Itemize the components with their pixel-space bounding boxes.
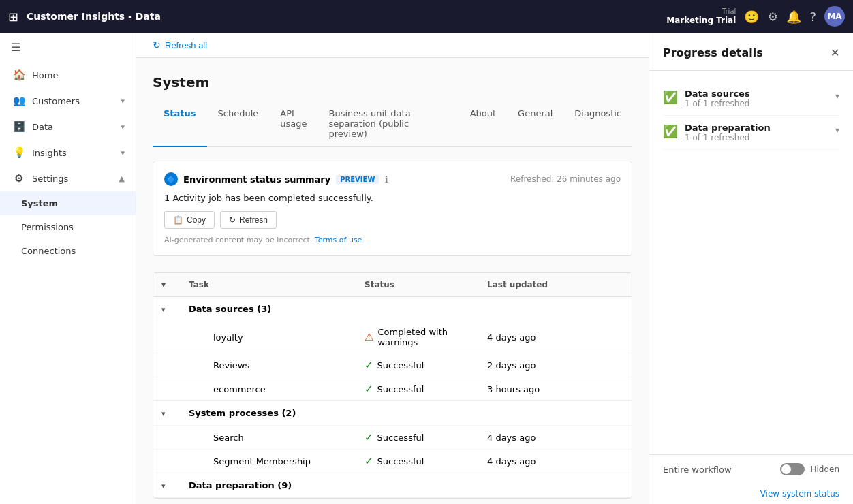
insights-icon: 💡: [13, 146, 25, 159]
check-circle-icon: ✓: [365, 359, 373, 371]
system-title: System: [153, 74, 632, 91]
gear-icon[interactable]: ⚙: [767, 10, 778, 24]
check-circle-icon: ✓: [365, 455, 373, 467]
status-cell-reviews: ✓ Successful: [365, 359, 487, 371]
toggle-switch[interactable]: [780, 463, 805, 475]
trial-badge: Trial Marketing Trial: [666, 7, 736, 25]
chevron-down-icon: ▲: [119, 174, 125, 183]
sidebar-label-settings: Settings: [32, 174, 68, 184]
check-circle-icon: ✅: [663, 124, 678, 138]
copy-button[interactable]: 📋 Copy: [164, 211, 215, 229]
chevron-down-icon[interactable]: ▾: [835, 91, 839, 101]
status-cell-loyalty: ⚠ Completed with warnings: [365, 327, 487, 347]
col-last-updated: Last updated: [487, 280, 623, 289]
env-status-card: 🔷 Environment status summary PREVIEW ℹ R…: [153, 161, 632, 256]
progress-item-sub: 1 of 1 refreshed: [685, 99, 828, 108]
progress-item-data-sources: ✅ Data sources 1 of 1 refreshed ▾: [663, 82, 839, 116]
sidebar-item-home[interactable]: 🏠 Home: [0, 62, 136, 88]
status-cell-ecommerce: ✓ Successful: [365, 383, 487, 395]
col-status: Status: [365, 280, 487, 289]
warning-icon: ⚠: [365, 331, 373, 343]
table-row: loyalty ⚠ Completed with warnings 4 days…: [153, 321, 632, 353]
bell-icon[interactable]: 🔔: [786, 10, 801, 24]
refresh-button[interactable]: ↻ Refresh: [220, 211, 277, 229]
refresh-bar: ↻ Refresh all: [136, 33, 649, 58]
terms-link[interactable]: Terms of use: [315, 236, 362, 245]
env-icon: 🔷: [164, 172, 178, 186]
refresh-icon: ↻: [229, 215, 236, 225]
table-header: ▾ Task Status Last updated: [153, 273, 632, 297]
help-icon[interactable]: ?: [809, 10, 816, 24]
check-circle-icon: ✓: [365, 383, 373, 395]
sidebar-hamburger[interactable]: ☰: [0, 33, 136, 62]
chevron-down-icon: ▾: [121, 148, 125, 157]
group-row-data-preparation[interactable]: ▾ Data preparation (9): [153, 473, 632, 497]
group-row-system-processes[interactable]: ▾ System processes (2): [153, 401, 632, 425]
sidebar-item-settings[interactable]: ⚙️ Settings ▲: [0, 166, 136, 191]
chevron-down-icon: ▾: [121, 97, 125, 106]
sidebar-label-home: Home: [32, 70, 58, 80]
sidebar-label-insights: Insights: [32, 148, 67, 158]
main-panel: ↻ Refresh all System Status Schedule API…: [136, 33, 649, 504]
progress-item-data-preparation: ✅ Data preparation 1 of 1 refreshed ▾: [663, 116, 839, 150]
tab-diagnostic[interactable]: Diagnostic: [563, 101, 632, 147]
avatar[interactable]: MA: [824, 6, 845, 27]
topbar-right: Trial Marketing Trial 🙂 ⚙ 🔔 ? MA: [666, 6, 845, 27]
tab-api-usage[interactable]: API usage: [269, 101, 317, 147]
updated-ecommerce: 3 hours ago: [487, 384, 623, 394]
table-row: Segment Membership ✓ Successful 4 days a…: [153, 449, 632, 473]
refresh-all-button[interactable]: ↻ Refresh all: [153, 40, 207, 50]
env-card-header: 🔷 Environment status summary PREVIEW ℹ R…: [164, 172, 621, 186]
col-collapse: ▾: [161, 280, 189, 289]
home-icon: 🏠: [13, 69, 25, 81]
topbar: ⊞ Customer Insights - Data Trial Marketi…: [0, 0, 853, 33]
env-card-title: Environment status summary: [183, 174, 330, 185]
progress-title: Progress details: [663, 46, 763, 59]
refreshed-time: Refreshed: 26 minutes ago: [510, 174, 621, 184]
entire-workflow-label: Entire workflow: [663, 464, 732, 475]
toggle-label: Hidden: [810, 464, 839, 474]
tab-general[interactable]: General: [507, 101, 563, 147]
info-icon[interactable]: ℹ: [384, 174, 388, 185]
group-row-data-sources[interactable]: ▾ Data sources (3): [153, 297, 632, 321]
sidebar-label-system: System: [21, 198, 58, 208]
progress-header: Progress details ✕: [649, 33, 853, 71]
status-cell-search: ✓ Successful: [365, 431, 487, 443]
sidebar-item-permissions[interactable]: Permissions: [0, 215, 136, 239]
env-card-message: 1 Activity job has been completed succes…: [164, 193, 621, 203]
waffle-icon[interactable]: ⊞: [8, 10, 18, 24]
check-circle-icon: ✅: [663, 90, 678, 104]
customers-icon: 👥: [13, 95, 25, 107]
copy-icon: 📋: [173, 215, 183, 225]
progress-item-content: Data preparation 1 of 1 refreshed: [685, 123, 828, 142]
emoji-icon[interactable]: 🙂: [744, 10, 759, 24]
tab-business-unit[interactable]: Business unit data separation (public pr…: [318, 101, 459, 147]
preview-badge: PREVIEW: [336, 175, 379, 184]
col-task: Task: [189, 280, 365, 289]
sidebar-item-connections[interactable]: Connections: [0, 239, 136, 263]
sidebar-label-data: Data: [32, 122, 53, 132]
group-system-processes: ▾ System processes (2) Search ✓ Successf…: [153, 401, 632, 473]
view-system-status-link[interactable]: View system status: [649, 484, 853, 504]
sidebar-item-data[interactable]: 🗄️ Data ▾: [0, 114, 136, 140]
chevron-down-icon: ▾: [161, 482, 166, 490]
tab-about[interactable]: About: [459, 101, 507, 147]
tab-status[interactable]: Status: [153, 101, 207, 147]
close-button[interactable]: ✕: [831, 46, 839, 59]
task-name-search: Search: [189, 432, 365, 443]
group-label-data-preparation: Data preparation (9): [189, 480, 365, 490]
tab-schedule[interactable]: Schedule: [207, 101, 270, 147]
sidebar-item-customers[interactable]: 👥 Customers ▾: [0, 88, 136, 114]
group-data-sources: ▾ Data sources (3) loyalty ⚠ Completed w…: [153, 297, 632, 401]
content-area: ↻ Refresh all System Status Schedule API…: [136, 33, 853, 504]
data-icon: 🗄️: [13, 121, 25, 133]
task-table: ▾ Task Status Last updated ▾ Data source…: [153, 272, 632, 499]
status-text-search: Successful: [377, 432, 424, 443]
sidebar-item-insights[interactable]: 💡 Insights ▾: [0, 140, 136, 166]
chevron-down-icon[interactable]: ▾: [835, 125, 839, 135]
sidebar-item-system[interactable]: System: [0, 191, 136, 215]
status-text-ecommerce: Successful: [377, 384, 424, 394]
settings-icon: ⚙️: [13, 172, 25, 185]
toggle-thumb: [781, 464, 791, 474]
task-name-ecommerce: ecommerce: [189, 384, 365, 394]
